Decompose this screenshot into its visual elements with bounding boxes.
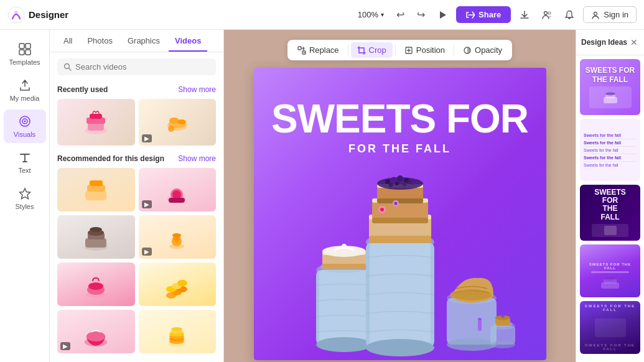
idea-card-1[interactable]: Sweets forthe fall: [580, 59, 640, 115]
svg-point-72: [447, 338, 497, 351]
play-icon: [437, 10, 447, 20]
rec-thumb-6[interactable]: [139, 262, 217, 306]
idea-2-line-1: Sweets for the fall: [584, 133, 637, 139]
sidebar-item-styles[interactable]: Styles: [4, 182, 46, 215]
recommended-header: Recommended for this design Show more: [57, 151, 216, 168]
tab-all[interactable]: All: [57, 30, 78, 52]
search-box: [57, 58, 216, 75]
app-name: Designer: [29, 9, 68, 20]
idea-card-5[interactable]: SWEETS FOR THE FALL SWEETS FOR THE FALL: [580, 301, 640, 354]
svg-rect-71: [447, 298, 497, 345]
svg-point-90: [391, 177, 396, 183]
people-button[interactable]: [538, 6, 556, 24]
logo: Designer: [7, 6, 68, 24]
rec-thumb-3[interactable]: [57, 215, 135, 259]
idea-1-img: [589, 86, 632, 108]
recently-used-thumb-1[interactable]: [57, 99, 135, 146]
video-play-badge-rec2: ▶: [142, 200, 152, 208]
canvas-subtitle: FOR THE FALL: [271, 142, 528, 155]
video-play-badge-2: ▶: [142, 134, 152, 142]
crop-button[interactable]: Crop: [351, 42, 393, 58]
svg-rect-83: [372, 218, 428, 223]
replace-button[interactable]: Replace: [291, 42, 345, 58]
recently-used-show-more[interactable]: Show more: [178, 85, 216, 94]
tab-graphics[interactable]: Graphics: [121, 30, 166, 52]
svg-point-115: [478, 318, 482, 320]
svg-point-12: [24, 121, 26, 123]
cake-sm-icon-3: [79, 220, 113, 254]
svg-point-50: [86, 332, 105, 341]
topbar-actions: ↩ ↪ Share: [393, 5, 637, 24]
tab-photos[interactable]: Photos: [81, 30, 118, 52]
share-button[interactable]: Share: [456, 6, 511, 23]
sidebar-item-my-media[interactable]: My media: [4, 73, 46, 107]
position-button[interactable]: Position: [398, 42, 451, 58]
visuals-label: Visuals: [14, 131, 35, 138]
sidebar-item-templates[interactable]: Templates: [4, 37, 46, 71]
svg-rect-26: [90, 180, 103, 186]
my-media-icon: [18, 78, 32, 92]
cake-sm-icon-4: [160, 220, 194, 254]
idea-card-3[interactable]: SWEETSFORTHEFALL: [580, 185, 640, 241]
people-icon: [542, 10, 552, 20]
canvas-area: Replace Crop Position: [224, 30, 576, 362]
position-icon: [404, 46, 413, 55]
sidebar-item-visuals[interactable]: Visuals: [4, 109, 46, 143]
zoom-control[interactable]: 100% ▾: [354, 7, 388, 22]
svg-point-113: [501, 314, 505, 318]
idea-3-img: [592, 224, 629, 237]
canvas-title: SWEETS FOR: [271, 99, 528, 139]
svg-rect-32: [85, 238, 106, 248]
left-panel: All Photos Graphics Videos: [50, 30, 224, 362]
rec-thumb-4[interactable]: ▶: [139, 215, 217, 259]
main-content: Templates My media Visuals Text: [0, 30, 644, 362]
svg-rect-107: [322, 264, 366, 269]
svg-marker-2: [440, 11, 446, 19]
notifications-button[interactable]: [561, 6, 578, 24]
svg-point-97: [408, 180, 411, 183]
idea-2-line-3: Sweets for the fall: [584, 148, 637, 154]
idea-card-4[interactable]: SWEETS FOR THE FALL: [580, 244, 640, 297]
rec-thumb-7[interactable]: ▶: [57, 310, 135, 353]
design-ideas-title: Design Ideas: [581, 38, 627, 47]
svg-point-42: [88, 282, 103, 290]
styles-label: Styles: [16, 203, 34, 210]
svg-point-4: [548, 12, 551, 14]
download-button[interactable]: [516, 6, 533, 24]
idea-2-line-4: Sweets for the fall: [584, 155, 637, 162]
svg-point-96: [402, 182, 406, 187]
rec-thumb-1[interactable]: [57, 168, 135, 211]
svg-point-95: [395, 182, 399, 185]
recently-used-thumb-2[interactable]: ▶: [139, 99, 217, 146]
close-design-ideas-button[interactable]: ✕: [629, 36, 639, 49]
idea-card-2[interactable]: Sweets for the fall Sweets for the fall …: [580, 119, 640, 181]
svg-point-57: [171, 327, 182, 331]
sidebar-item-text[interactable]: Text: [4, 146, 46, 179]
my-media-label: My media: [10, 95, 40, 102]
replace-icon: [297, 46, 306, 55]
recommended-grid: ▶: [57, 168, 216, 353]
rec-thumb-2[interactable]: ▶: [139, 168, 217, 211]
rec-thumb-5[interactable]: [57, 262, 135, 306]
svg-point-39: [172, 233, 181, 237]
svg-point-1: [14, 11, 18, 14]
tab-videos[interactable]: Videos: [169, 30, 207, 52]
search-input[interactable]: [75, 62, 210, 72]
svg-rect-58: [298, 47, 301, 50]
redo-button[interactable]: ↪: [413, 5, 429, 24]
rec-thumb-8[interactable]: [139, 310, 217, 353]
opacity-button[interactable]: Opacity: [457, 42, 508, 58]
idea-2-line-5: Sweets for the fall: [584, 163, 637, 167]
idea-5-bottom: SWEETS FOR THE FALL: [583, 343, 637, 351]
canvas-frame[interactable]: SWEETS FOR FOR THE FALL: [254, 68, 546, 360]
svg-point-109: [342, 244, 347, 249]
recommended-show-more[interactable]: Show more: [178, 154, 216, 163]
signin-button[interactable]: Sign in: [583, 6, 637, 23]
play-button[interactable]: [434, 6, 451, 24]
design-ideas-list: Sweets forthe fall Sweets for the fall S…: [576, 55, 644, 362]
idea-5-img: [589, 313, 632, 341]
cake-thumb-icon: [80, 107, 111, 138]
svg-rect-30: [169, 198, 185, 203]
panel-content: Recently used Show more: [50, 81, 223, 362]
undo-button[interactable]: ↩: [393, 5, 408, 24]
